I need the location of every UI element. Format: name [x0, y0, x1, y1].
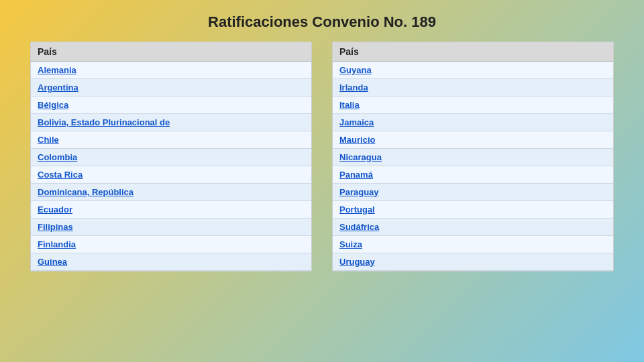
table-row: Uruguay — [333, 253, 613, 271]
table-row: Guinea — [31, 253, 311, 271]
table-row: Mauricio — [333, 131, 613, 149]
list-item[interactable]: Dominicana, República — [31, 184, 311, 201]
list-item[interactable]: Guinea — [31, 253, 311, 271]
table-row: Ecuador — [31, 201, 311, 219]
list-item[interactable]: Irlanda — [333, 79, 613, 97]
list-item[interactable]: Bolivia, Estado Plurinacional de — [31, 114, 311, 131]
right-table-wrapper: País GuyanaIrlandaItaliaJamaicaMauricioN… — [332, 42, 614, 272]
table-row: Bélgica — [31, 97, 311, 114]
table-row: Chile — [31, 131, 311, 149]
table-row: Bolivia, Estado Plurinacional de — [31, 114, 311, 131]
list-item[interactable]: Italia — [333, 97, 613, 114]
table-row: Costa Rica — [31, 166, 311, 184]
table-row: Finlandia — [31, 236, 311, 253]
table-row: Panamá — [333, 166, 613, 184]
list-item[interactable]: Paraguay — [333, 184, 613, 201]
table-row: Jamaica — [333, 114, 613, 131]
list-item[interactable]: Mauricio — [333, 131, 613, 149]
list-item[interactable]: Finlandia — [31, 236, 311, 253]
table-row: Nicaragua — [333, 149, 613, 166]
list-item[interactable]: Nicaragua — [333, 149, 613, 166]
list-item[interactable]: Ecuador — [31, 201, 311, 219]
list-item[interactable]: Suiza — [333, 236, 613, 253]
left-table-header: País — [31, 42, 311, 62]
table-row: Argentina — [31, 79, 311, 97]
list-item[interactable]: Sudáfrica — [333, 219, 613, 236]
list-item[interactable]: Alemania — [31, 62, 311, 79]
table-row: Paraguay — [333, 184, 613, 201]
table-row: Irlanda — [333, 79, 613, 97]
table-row: Portugal — [333, 201, 613, 219]
list-item[interactable]: Filipinas — [31, 219, 311, 236]
list-item[interactable]: Bélgica — [31, 97, 311, 114]
list-item[interactable]: Uruguay — [333, 253, 613, 271]
table-row: Dominicana, República — [31, 184, 311, 201]
left-table-wrapper: País AlemaniaArgentinaBélgicaBolivia, Es… — [30, 42, 312, 272]
table-row: Sudáfrica — [333, 219, 613, 236]
list-item[interactable]: Jamaica — [333, 114, 613, 131]
table-row: Suiza — [333, 236, 613, 253]
list-item[interactable]: Panamá — [333, 166, 613, 184]
right-table: País GuyanaIrlandaItaliaJamaicaMauricioN… — [333, 42, 613, 271]
page-title: Ratificaciones Convenio No. 189 — [208, 13, 436, 31]
list-item[interactable]: Guyana — [333, 62, 613, 79]
tables-container: País AlemaniaArgentinaBélgicaBolivia, Es… — [27, 42, 617, 272]
list-item[interactable]: Costa Rica — [31, 166, 311, 184]
table-row: Alemania — [31, 62, 311, 79]
table-row: Italia — [333, 97, 613, 114]
right-table-header: País — [333, 42, 613, 62]
list-item[interactable]: Portugal — [333, 201, 613, 219]
list-item[interactable]: Argentina — [31, 79, 311, 97]
list-item[interactable]: Colombia — [31, 149, 311, 166]
table-row: Colombia — [31, 149, 311, 166]
list-item[interactable]: Chile — [31, 131, 311, 149]
table-row: Guyana — [333, 62, 613, 79]
table-row: Filipinas — [31, 219, 311, 236]
left-table: País AlemaniaArgentinaBélgicaBolivia, Es… — [31, 42, 311, 271]
